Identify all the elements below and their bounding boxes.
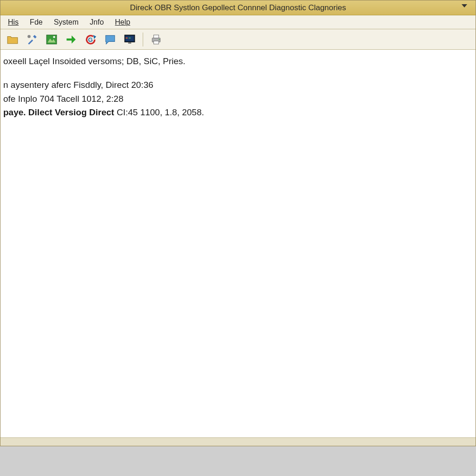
content-line-4: paye. Dilect Versiog Direct CI:45 1100, … xyxy=(3,106,473,119)
svg-rect-1 xyxy=(46,35,57,44)
menu-bar: His Fde System Jnfo Help xyxy=(0,15,476,29)
refresh-g-icon[interactable]: G xyxy=(81,31,100,48)
content-line-2: n aysentery aferc Fisddly, Direct 20:36 xyxy=(3,78,473,92)
status-bar xyxy=(0,437,476,446)
svg-point-13 xyxy=(159,39,159,40)
print-icon[interactable] xyxy=(147,31,165,48)
svg-rect-12 xyxy=(154,41,159,44)
content-line-4-bold: paye. Dilect Versiog Direct xyxy=(3,107,114,117)
image-icon[interactable] xyxy=(42,31,61,48)
chat-icon[interactable] xyxy=(101,31,119,48)
toolbar-separator xyxy=(143,33,143,46)
arrow-right-icon[interactable] xyxy=(62,31,80,48)
svg-rect-7 xyxy=(128,42,132,43)
content-line-3: ofe Inplo 704 Tacell 1012, 2:28 xyxy=(3,92,473,106)
desktop-backdrop xyxy=(0,446,476,476)
menu-file[interactable]: Fde xyxy=(25,17,47,28)
menu-info[interactable]: Jnfo xyxy=(85,17,108,28)
dropdown-caret-icon[interactable] xyxy=(462,4,467,7)
svg-point-0 xyxy=(27,35,31,38)
menu-his[interactable]: His xyxy=(3,17,23,28)
content-area: oxeell Laçel Insoided versoms; DB, SiC, … xyxy=(0,50,476,446)
svg-rect-8 xyxy=(126,37,127,38)
svg-text:G: G xyxy=(88,36,93,43)
tools-icon[interactable] xyxy=(23,31,41,48)
tool-bar: G xyxy=(0,29,476,50)
title-bar[interactable]: Direck OBR Systlon Gepollect Connnel Dia… xyxy=(0,0,476,15)
folder-icon[interactable] xyxy=(3,31,22,48)
monitor-icon[interactable] xyxy=(120,31,139,48)
content-line-4-rest: CI:45 1100, 1.8, 2058. xyxy=(114,107,204,117)
svg-rect-11 xyxy=(154,35,159,38)
menu-system[interactable]: System xyxy=(49,17,83,28)
menu-help[interactable]: Help xyxy=(110,17,135,28)
window-title: Direck OBR Systlon Gepollect Connnel Dia… xyxy=(130,3,346,13)
svg-rect-9 xyxy=(129,37,131,38)
content-line-1: oxeell Laçel Insoided versoms; DB, SiC, … xyxy=(3,54,473,68)
app-window: Direck OBR Systlon Gepollect Connnel Dia… xyxy=(0,0,476,446)
svg-point-3 xyxy=(53,36,55,38)
